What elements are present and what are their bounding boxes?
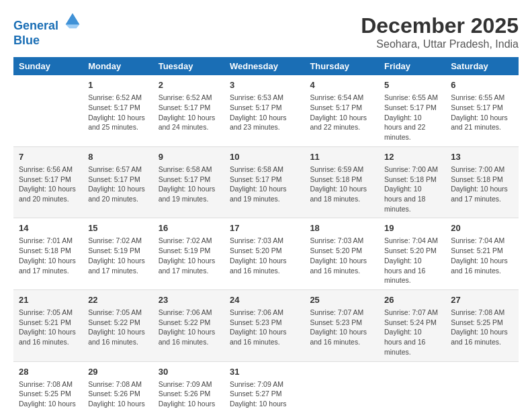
header-saturday: Saturday — [445, 57, 519, 75]
calendar-cell: 24Sunrise: 7:06 AM Sunset: 5:23 PM Dayli… — [224, 289, 304, 361]
header-row: SundayMondayTuesdayWednesdayThursdayFrid… — [13, 57, 519, 75]
calendar-cell: 5Sunrise: 6:55 AM Sunset: 5:17 PM Daylig… — [379, 75, 445, 146]
day-info: Sunrise: 7:03 AM Sunset: 5:20 PM Dayligh… — [310, 236, 373, 275]
header-friday: Friday — [379, 57, 445, 75]
calendar-cell: 15Sunrise: 7:02 AM Sunset: 5:19 PM Dayli… — [83, 218, 153, 290]
week-row-2: 7Sunrise: 6:56 AM Sunset: 5:17 PM Daylig… — [13, 146, 519, 218]
day-info: Sunrise: 6:52 AM Sunset: 5:17 PM Dayligh… — [159, 93, 219, 132]
day-info: Sunrise: 6:57 AM Sunset: 5:17 PM Dayligh… — [88, 165, 148, 204]
day-info: Sunrise: 6:55 AM Sunset: 5:17 PM Dayligh… — [384, 93, 440, 142]
day-info: Sunrise: 7:09 AM Sunset: 5:26 PM Dayligh… — [159, 379, 219, 411]
day-number: 22 — [88, 294, 148, 306]
day-number: 9 — [159, 151, 219, 163]
calendar-cell: 19Sunrise: 7:04 AM Sunset: 5:20 PM Dayli… — [379, 218, 445, 290]
day-info: Sunrise: 6:54 AM Sunset: 5:17 PM Dayligh… — [310, 93, 373, 132]
day-info: Sunrise: 7:08 AM Sunset: 5:25 PM Dayligh… — [19, 379, 77, 411]
calendar-cell: 1Sunrise: 6:52 AM Sunset: 5:17 PM Daylig… — [83, 75, 153, 146]
day-number: 21 — [19, 294, 77, 306]
calendar-cell: 18Sunrise: 7:03 AM Sunset: 5:20 PM Dayli… — [304, 218, 379, 290]
calendar-cell: 6Sunrise: 6:55 AM Sunset: 5:17 PM Daylig… — [445, 75, 519, 146]
svg-marker-1 — [66, 13, 80, 28]
calendar-cell: 8Sunrise: 6:57 AM Sunset: 5:17 PM Daylig… — [83, 146, 153, 218]
day-number: 31 — [230, 366, 299, 378]
calendar-cell: 17Sunrise: 7:03 AM Sunset: 5:20 PM Dayli… — [224, 218, 304, 290]
calendar-cell: 26Sunrise: 7:07 AM Sunset: 5:24 PM Dayli… — [379, 289, 445, 361]
day-number: 3 — [230, 79, 299, 91]
calendar-cell: 22Sunrise: 7:05 AM Sunset: 5:22 PM Dayli… — [83, 289, 153, 361]
day-number: 29 — [88, 366, 148, 378]
day-info: Sunrise: 7:04 AM Sunset: 5:20 PM Dayligh… — [384, 236, 440, 285]
logo: General Blue — [13, 13, 82, 48]
header-wednesday: Wednesday — [224, 57, 304, 75]
day-number: 28 — [19, 366, 77, 378]
logo-icon — [63, 11, 82, 30]
day-info: Sunrise: 6:52 AM Sunset: 5:17 PM Dayligh… — [88, 93, 148, 132]
calendar-cell: 13Sunrise: 7:00 AM Sunset: 5:18 PM Dayli… — [445, 146, 519, 218]
day-number: 5 — [384, 79, 440, 91]
calendar-cell: 31Sunrise: 7:09 AM Sunset: 5:27 PM Dayli… — [224, 361, 304, 411]
day-number: 8 — [88, 151, 148, 163]
day-number: 12 — [384, 151, 440, 163]
calendar-cell: 16Sunrise: 7:02 AM Sunset: 5:19 PM Dayli… — [153, 218, 224, 290]
header-monday: Monday — [83, 57, 153, 75]
calendar-cell: 3Sunrise: 6:53 AM Sunset: 5:17 PM Daylig… — [224, 75, 304, 146]
day-number: 19 — [384, 222, 440, 234]
day-info: Sunrise: 6:58 AM Sunset: 5:17 PM Dayligh… — [230, 165, 299, 204]
day-info: Sunrise: 7:06 AM Sunset: 5:22 PM Dayligh… — [159, 308, 219, 347]
day-number: 15 — [88, 222, 148, 234]
day-number: 30 — [159, 366, 219, 378]
week-row-5: 28Sunrise: 7:08 AM Sunset: 5:25 PM Dayli… — [13, 361, 519, 411]
calendar-cell — [304, 361, 379, 411]
day-info: Sunrise: 7:07 AM Sunset: 5:23 PM Dayligh… — [310, 308, 373, 347]
main-title: December 2025 — [361, 13, 519, 38]
header-tuesday: Tuesday — [153, 57, 224, 75]
calendar-cell: 2Sunrise: 6:52 AM Sunset: 5:17 PM Daylig… — [153, 75, 224, 146]
calendar-cell: 7Sunrise: 6:56 AM Sunset: 5:17 PM Daylig… — [13, 146, 83, 218]
calendar-cell: 14Sunrise: 7:01 AM Sunset: 5:18 PM Dayli… — [13, 218, 83, 290]
calendar-cell: 27Sunrise: 7:08 AM Sunset: 5:25 PM Dayli… — [445, 289, 519, 361]
day-number: 6 — [451, 79, 513, 91]
day-number: 20 — [451, 222, 513, 234]
day-info: Sunrise: 6:53 AM Sunset: 5:17 PM Dayligh… — [230, 93, 299, 132]
day-number: 23 — [159, 294, 219, 306]
day-number: 16 — [159, 222, 219, 234]
day-number: 17 — [230, 222, 299, 234]
week-row-4: 21Sunrise: 7:05 AM Sunset: 5:21 PM Dayli… — [13, 289, 519, 361]
day-info: Sunrise: 7:04 AM Sunset: 5:21 PM Dayligh… — [451, 236, 513, 275]
calendar-cell — [379, 361, 445, 411]
day-number: 7 — [19, 151, 77, 163]
day-info: Sunrise: 7:08 AM Sunset: 5:25 PM Dayligh… — [451, 308, 513, 347]
day-info: Sunrise: 6:56 AM Sunset: 5:17 PM Dayligh… — [19, 165, 77, 204]
calendar-cell: 25Sunrise: 7:07 AM Sunset: 5:23 PM Dayli… — [304, 289, 379, 361]
calendar-cell: 10Sunrise: 6:58 AM Sunset: 5:17 PM Dayli… — [224, 146, 304, 218]
day-number: 18 — [310, 222, 373, 234]
calendar-cell: 30Sunrise: 7:09 AM Sunset: 5:26 PM Dayli… — [153, 361, 224, 411]
day-number: 27 — [451, 294, 513, 306]
page-header: General Blue December 2025 Seohara, Utta… — [13, 13, 519, 50]
day-info: Sunrise: 6:59 AM Sunset: 5:18 PM Dayligh… — [310, 165, 373, 204]
day-info: Sunrise: 7:03 AM Sunset: 5:20 PM Dayligh… — [230, 236, 299, 275]
day-info: Sunrise: 7:05 AM Sunset: 5:21 PM Dayligh… — [19, 308, 77, 347]
day-number: 13 — [451, 151, 513, 163]
day-info: Sunrise: 7:00 AM Sunset: 5:18 PM Dayligh… — [451, 165, 513, 204]
day-number: 26 — [384, 294, 440, 306]
day-info: Sunrise: 7:06 AM Sunset: 5:23 PM Dayligh… — [230, 308, 299, 347]
day-info: Sunrise: 7:00 AM Sunset: 5:18 PM Dayligh… — [384, 165, 440, 214]
day-number: 25 — [310, 294, 373, 306]
day-info: Sunrise: 7:05 AM Sunset: 5:22 PM Dayligh… — [88, 308, 148, 347]
day-number: 2 — [159, 79, 219, 91]
day-info: Sunrise: 6:55 AM Sunset: 5:17 PM Dayligh… — [451, 93, 513, 132]
day-info: Sunrise: 7:09 AM Sunset: 5:27 PM Dayligh… — [230, 379, 299, 411]
subtitle: Seohara, Uttar Pradesh, India — [361, 38, 519, 50]
calendar-cell: 20Sunrise: 7:04 AM Sunset: 5:21 PM Dayli… — [445, 218, 519, 290]
day-number: 14 — [19, 222, 77, 234]
day-number: 1 — [88, 79, 148, 91]
day-info: Sunrise: 6:58 AM Sunset: 5:17 PM Dayligh… — [159, 165, 219, 204]
calendar-cell: 28Sunrise: 7:08 AM Sunset: 5:25 PM Dayli… — [13, 361, 83, 411]
title-section: December 2025 Seohara, Uttar Pradesh, In… — [361, 13, 519, 50]
logo-general: General — [13, 19, 58, 32]
logo-blue: Blue — [13, 34, 40, 47]
day-info: Sunrise: 7:07 AM Sunset: 5:24 PM Dayligh… — [384, 308, 440, 357]
header-sunday: Sunday — [13, 57, 83, 75]
day-info: Sunrise: 7:08 AM Sunset: 5:26 PM Dayligh… — [88, 379, 148, 411]
